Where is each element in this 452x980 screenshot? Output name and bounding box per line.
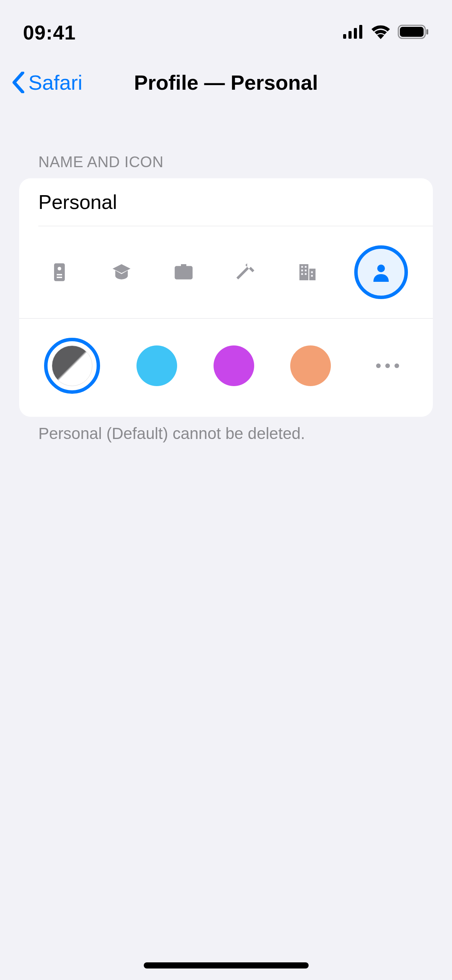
icon-option-hammer[interactable] <box>230 257 261 288</box>
status-icons <box>343 25 429 41</box>
nav-bar: Safari Profile — Personal <box>0 58 452 107</box>
status-time: 09:41 <box>23 21 76 44</box>
color-option-blue[interactable] <box>136 345 177 386</box>
briefcase-icon <box>173 261 194 283</box>
svg-rect-12 <box>309 269 316 280</box>
svg-rect-5 <box>400 27 424 37</box>
svg-rect-16 <box>305 270 307 271</box>
svg-rect-13 <box>301 266 303 268</box>
page-title: Profile — Personal <box>134 71 318 94</box>
back-button[interactable]: Safari <box>12 71 82 94</box>
ellipsis-dot-icon <box>385 363 390 368</box>
icon-option-building[interactable] <box>292 257 323 288</box>
icon-picker-row <box>19 226 433 318</box>
svg-rect-9 <box>57 274 62 276</box>
home-indicator[interactable] <box>144 962 309 968</box>
color-option-more[interactable] <box>367 363 408 368</box>
section-header: Name and Icon <box>19 153 433 178</box>
svg-point-8 <box>58 267 61 270</box>
svg-rect-14 <box>305 266 307 268</box>
icon-option-person[interactable] <box>354 245 408 299</box>
badge-icon <box>49 261 70 283</box>
ellipsis-dot-icon <box>376 363 381 368</box>
svg-rect-0 <box>343 34 346 39</box>
svg-rect-2 <box>354 28 357 39</box>
color-picker-row <box>19 319 433 417</box>
color-option-purple[interactable] <box>214 345 254 386</box>
svg-rect-10 <box>57 277 62 278</box>
svg-rect-18 <box>305 273 307 275</box>
svg-rect-20 <box>311 275 313 277</box>
svg-rect-3 <box>359 25 362 39</box>
cellular-icon <box>343 25 364 40</box>
default-color-swatch <box>52 345 92 386</box>
icon-option-badge[interactable] <box>44 257 75 288</box>
svg-rect-1 <box>348 31 352 39</box>
chevron-left-icon <box>12 72 25 93</box>
svg-rect-6 <box>426 29 428 35</box>
name-and-icon-section: Name and Icon Personal <box>0 153 452 443</box>
graduation-cap-icon <box>111 261 132 283</box>
building-icon <box>297 261 318 283</box>
hammer-icon <box>235 261 256 283</box>
color-option-default[interactable] <box>44 338 100 394</box>
wifi-icon <box>371 25 391 41</box>
svg-rect-7 <box>54 263 65 281</box>
ellipsis-dot-icon <box>394 363 399 368</box>
color-option-orange[interactable] <box>290 345 331 386</box>
svg-rect-19 <box>311 271 313 273</box>
svg-rect-15 <box>301 270 303 271</box>
profile-name-field[interactable]: Personal <box>19 178 433 226</box>
icon-option-briefcase[interactable] <box>168 257 199 288</box>
icon-option-graduation[interactable] <box>106 257 137 288</box>
person-icon <box>370 261 393 284</box>
back-label: Safari <box>28 71 82 94</box>
svg-rect-11 <box>299 264 308 280</box>
svg-point-21 <box>377 265 385 272</box>
settings-card: Personal <box>19 178 433 417</box>
svg-rect-17 <box>301 273 303 275</box>
profile-name-value: Personal <box>38 191 117 213</box>
section-footer: Personal (Default) cannot be deleted. <box>19 417 433 443</box>
battery-icon <box>398 25 429 41</box>
status-bar: 09:41 <box>0 0 452 58</box>
